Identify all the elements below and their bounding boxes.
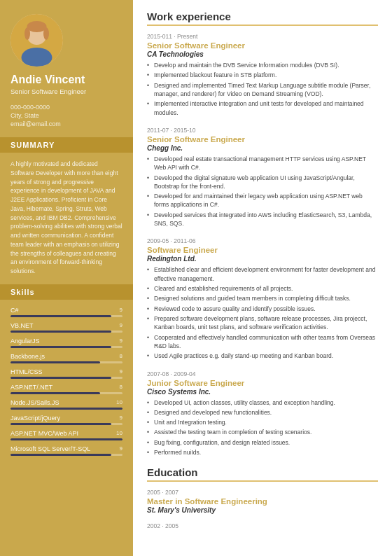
jobs-container: 2015-011 · Present Senior Software Engin… [147, 33, 378, 457]
skill-name: Node.JS/Sails.JS 10 [10, 399, 122, 406]
skill-name: JavaScript/jQuery 9 [10, 415, 122, 422]
svg-point-4 [24, 27, 30, 40]
bullet: Unit and Integration testing. [147, 418, 378, 426]
bullet: Developed services that integrated into … [147, 211, 378, 228]
skill-bar-fill [10, 408, 122, 410]
job-company: Redington Ltd. [147, 255, 378, 263]
job-title: Software Engineer [147, 246, 378, 254]
person-name: Andie Vincent [10, 74, 85, 86]
edu-dates: 2005 · 2007 [147, 489, 378, 496]
job-entry: 2011-07 · 2015-10 Senior Software Engine… [147, 127, 378, 228]
job-dates: 2011-07 · 2015-10 [147, 127, 378, 134]
edu-entry: 2002 · 2005 [147, 522, 378, 529]
location: City, State [10, 112, 61, 119]
svg-point-3 [27, 21, 47, 32]
skill-item: C# 9 [10, 307, 122, 317]
skill-bar-fill [10, 392, 100, 394]
skills-section: C# 9 VB.NET 9 AngularJS 9 [0, 300, 133, 468]
skill-bar-bg [10, 423, 122, 425]
edu-entry: 2005 · 2007 Master in Software Engineeri… [147, 489, 378, 514]
skill-bar-bg [10, 392, 122, 394]
job-company: Cisco Systems Inc. [147, 388, 378, 396]
skill-bar-fill [10, 454, 111, 456]
skill-name: AngularJS 9 [10, 338, 122, 345]
bullet: Implemented interactive integration and … [147, 99, 378, 117]
skill-bar-fill [10, 315, 111, 317]
edu-school: St. Mary's University [147, 506, 378, 514]
summary-header: SUMMARY [0, 137, 133, 153]
job-bullets: Developed UI, action classes, utility cl… [147, 398, 378, 457]
contact-info: 000-000-0000 City, State email@email.com [10, 104, 61, 129]
bullet: Designed and implemented Timed Text Mark… [147, 81, 378, 99]
bullet: Developed UI, action classes, utility cl… [147, 398, 378, 407]
job-title: Senior Software Engineer [147, 135, 378, 144]
job-entry: 2009-05 · 2011-06 Software Engineer Redi… [147, 237, 378, 360]
skill-item: VB.NET 9 [10, 322, 122, 333]
skill-bar-bg [10, 408, 122, 410]
email: email@email.com [10, 120, 61, 127]
skill-bar-fill [10, 377, 111, 379]
bullet: Designed solutions and guided team membe… [147, 294, 378, 303]
work-experience-title: Work experience [147, 11, 378, 26]
sidebar: Andie Vincent Senior Software Engineer 0… [0, 0, 133, 556]
summary-text: A highly motivated and dedicated Softwar… [10, 160, 122, 276]
skill-bar-fill [10, 361, 100, 363]
skill-bar-bg [10, 438, 122, 440]
bullet: Developed real estate transactional mana… [147, 155, 378, 172]
skill-item: Microsoft SQL Server/T-SQL 9 [10, 445, 122, 456]
job-entry: 2015-011 · Present Senior Software Engin… [147, 33, 378, 117]
main-content: Work experience 2015-011 · Present Senio… [133, 0, 392, 556]
bullet: Reviewed code to assure quality and iden… [147, 305, 378, 313]
skill-name: VB.NET 9 [10, 322, 122, 329]
job-title: Senior Software Engineer [147, 41, 378, 50]
skill-bar-bg [10, 315, 122, 317]
job-bullets: Developed real estate transactional mana… [147, 155, 378, 228]
skill-item: ASP.NET/.NET 8 [10, 384, 122, 394]
skill-bar-fill [10, 331, 111, 333]
bullet: Established clear and efficient developm… [147, 265, 378, 283]
skill-name: C# 9 [10, 307, 122, 314]
skill-item: Node.JS/Sails.JS 10 [10, 399, 122, 410]
education-section: Education 2005 · 2007 Master in Software… [147, 466, 378, 529]
job-entry: 2007-08 · 2009-04 Junior Software Engine… [147, 370, 378, 457]
bullet: Prepared software development plans, sof… [147, 314, 378, 332]
skill-bar-bg [10, 361, 122, 363]
job-dates: 2015-011 · Present [147, 33, 378, 40]
job-company: Chegg Inc. [147, 144, 378, 152]
skill-name: ASP.NET/.NET 8 [10, 384, 122, 391]
edu-dates: 2002 · 2005 [147, 522, 378, 529]
education-entries: 2005 · 2007 Master in Software Engineeri… [147, 489, 378, 529]
bullet: Developed for and maintained their legac… [147, 192, 378, 209]
skill-bar-bg [10, 377, 122, 379]
svg-point-5 [43, 27, 49, 40]
skill-item: Backbone.js 8 [10, 353, 122, 363]
skill-name: ASP.NET MVC/Web API 10 [10, 430, 122, 437]
skill-bar-fill [10, 438, 122, 440]
education-title: Education [147, 466, 378, 482]
job-dates: 2007-08 · 2009-04 [147, 370, 378, 377]
avatar [10, 14, 63, 67]
person-title: Senior Software Engineer [10, 88, 86, 95]
bullet: Cleared and established requirements of … [147, 284, 378, 293]
skill-name: Microsoft SQL Server/T-SQL 9 [10, 445, 122, 452]
bullet: Designed and developed new functionaliti… [147, 408, 378, 417]
phone: 000-000-0000 [10, 104, 61, 111]
bullet: Performed nuiIds. [147, 448, 378, 457]
svg-point-1 [22, 48, 52, 67]
edu-degree: Master in Software Engineering [147, 497, 378, 506]
skills-header: Skills [0, 284, 133, 300]
bullet: Bug fixing, configuration, and design re… [147, 438, 378, 447]
bullet: Cooperated and effectively handled commu… [147, 333, 378, 351]
skill-name: HTML/CSS 9 [10, 368, 122, 375]
bullet: Develop and maintain the DVB Service Inf… [147, 61, 378, 69]
skill-item: HTML/CSS 9 [10, 368, 122, 379]
skill-bar-fill [10, 346, 111, 348]
skill-item: JavaScript/jQuery 9 [10, 415, 122, 425]
skill-item: ASP.NET MVC/Web API 10 [10, 430, 122, 440]
skill-bar-bg [10, 346, 122, 348]
job-bullets: Develop and maintain the DVB Service Inf… [147, 61, 378, 117]
bullet: Used Agile practices e.g. daily stand-up… [147, 352, 378, 360]
bullet: Assisted the testing team in completion … [147, 428, 378, 436]
summary-section: A highly motivated and dedicated Softwar… [0, 153, 133, 284]
skill-bar-bg [10, 454, 122, 456]
